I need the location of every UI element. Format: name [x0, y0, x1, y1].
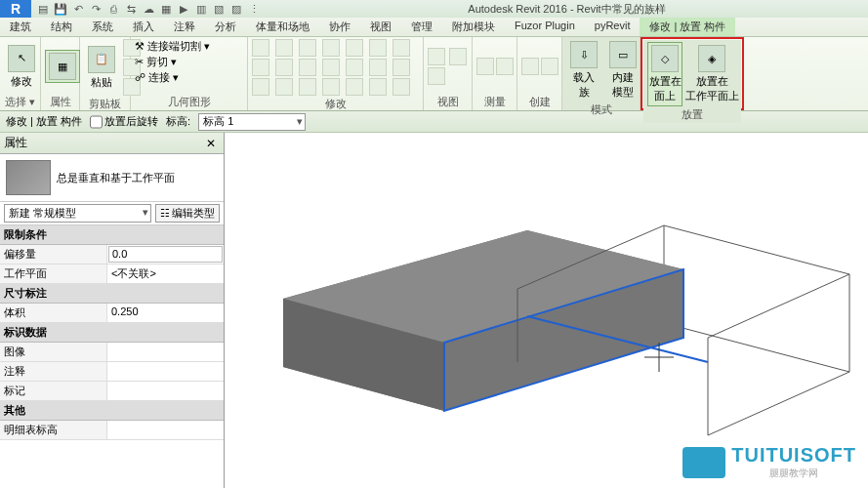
- view-icon[interactable]: [428, 48, 445, 65]
- tool-icon[interactable]: [299, 78, 316, 96]
- qat-icon[interactable]: ▶: [176, 1, 191, 17]
- tool-icon[interactable]: [322, 78, 340, 96]
- cat-identity[interactable]: 标识数据: [0, 323, 224, 343]
- close-icon[interactable]: ✕: [202, 137, 220, 150]
- tab-manage[interactable]: 管理: [401, 18, 442, 36]
- split-icon[interactable]: [252, 59, 269, 76]
- copy-icon[interactable]: [346, 39, 363, 57]
- qat-open-icon[interactable]: ▤: [35, 1, 51, 17]
- workplane-value[interactable]: <不关联>: [107, 264, 224, 283]
- qat-icon[interactable]: ▦: [158, 1, 174, 17]
- tab-addins[interactable]: 附加模块: [442, 18, 505, 36]
- panel-clipboard: 📋粘贴 剪贴板: [80, 37, 131, 110]
- tool-icon[interactable]: [393, 78, 410, 96]
- trim-icon[interactable]: [393, 39, 410, 57]
- mark-value[interactable]: [107, 382, 224, 400]
- tool-icon[interactable]: [369, 78, 387, 96]
- prop-key: 偏移量: [0, 245, 107, 264]
- comments-value[interactable]: [107, 362, 224, 381]
- tab-structure[interactable]: 结构: [41, 18, 82, 36]
- panel-label: 创建: [521, 94, 558, 110]
- rotate-icon[interactable]: [369, 39, 387, 57]
- tab-view[interactable]: 视图: [360, 18, 401, 36]
- cope-button[interactable]: ⚒ 连接端切割 ▾: [135, 39, 210, 54]
- tab-collaborate[interactable]: 协作: [319, 18, 360, 36]
- measure-icon[interactable]: [476, 58, 494, 75]
- scale-icon[interactable]: [299, 59, 316, 76]
- tool-icon[interactable]: [275, 78, 293, 96]
- qat-icon[interactable]: ▨: [228, 1, 244, 17]
- rotate-after-placement-checkbox[interactable]: 放置后旋转: [90, 113, 158, 131]
- qat-undo-icon[interactable]: ↶: [70, 1, 86, 17]
- instance-filter-combo[interactable]: 新建 常规模型: [4, 204, 151, 223]
- edit-type-button[interactable]: ☷ 编辑类型: [155, 204, 220, 223]
- qat-print-icon[interactable]: ⎙: [105, 1, 121, 17]
- properties-button[interactable]: ▦: [45, 50, 80, 83]
- tab-insert[interactable]: 插入: [123, 18, 164, 36]
- tab-annotate[interactable]: 注释: [164, 18, 205, 36]
- tab-architecture[interactable]: 建筑: [0, 18, 41, 36]
- unpin-icon[interactable]: [346, 59, 363, 76]
- qat-icon[interactable]: ☁: [141, 1, 156, 17]
- schedule-level-value[interactable]: [107, 421, 224, 439]
- create-icon[interactable]: [541, 58, 558, 75]
- qat-redo-icon[interactable]: ↷: [88, 1, 103, 17]
- panel-label: 视图: [428, 94, 468, 110]
- load-family-button[interactable]: ⇩载入 族: [566, 39, 601, 102]
- cat-constraints[interactable]: 限制条件: [0, 225, 224, 245]
- tab-analyze[interactable]: 分析: [205, 18, 246, 36]
- place-workplane-icon: ◈: [698, 45, 725, 72]
- model-inplace-button[interactable]: ▭内建 模型: [605, 39, 641, 102]
- tab-pyrevit[interactable]: pyRevit: [585, 18, 641, 36]
- offset-input[interactable]: 0.0: [108, 246, 223, 263]
- cat-other[interactable]: 其他: [0, 401, 224, 421]
- tool-icon[interactable]: [393, 59, 410, 76]
- cut-geom-button[interactable]: ✂ 剪切 ▾: [135, 55, 177, 69]
- paste-button[interactable]: 📋粘贴: [84, 44, 119, 92]
- prop-row: 标记: [0, 382, 224, 401]
- dim-icon[interactable]: [496, 58, 514, 75]
- modify-button[interactable]: ↖修改: [4, 43, 39, 91]
- align-icon[interactable]: [252, 39, 269, 57]
- prop-key: 工作平面: [0, 264, 107, 283]
- mirror-icon[interactable]: [299, 39, 316, 57]
- image-value[interactable]: [107, 343, 224, 361]
- panel-label: 模式: [566, 102, 636, 118]
- placement-highlight: ◇放置在 面上 ◈放置在 工作平面上 放置: [641, 37, 744, 110]
- drawing-canvas[interactable]: TUITUISOFT 腿腿教学网: [225, 133, 868, 488]
- qat-icon[interactable]: ▥: [193, 1, 209, 17]
- tab-massing[interactable]: 体量和场地: [246, 18, 319, 36]
- delete-icon[interactable]: [369, 59, 387, 76]
- app-icon[interactable]: R: [0, 0, 31, 18]
- tab-fuzor[interactable]: Fuzor Plugin: [505, 18, 585, 36]
- pin-icon[interactable]: [322, 59, 340, 76]
- move-icon[interactable]: [322, 39, 340, 57]
- tab-systems[interactable]: 系统: [82, 18, 123, 36]
- place-on-workplane-button[interactable]: ◈放置在 工作平面上: [686, 43, 737, 105]
- view-icon[interactable]: [428, 67, 445, 85]
- tool-icon[interactable]: [252, 78, 269, 96]
- create-icon[interactable]: [521, 58, 539, 75]
- panel-select: ↖修改 选择 ▾: [0, 37, 41, 110]
- qat-save-icon[interactable]: 💾: [53, 1, 68, 17]
- panel-label: 测量: [476, 94, 513, 110]
- join-button[interactable]: ☍ 连接 ▾: [135, 70, 179, 85]
- array-icon[interactable]: [275, 59, 293, 76]
- place-on-face-button[interactable]: ◇放置在 面上: [647, 42, 682, 106]
- type-selector[interactable]: 总是垂直和基于工作平面: [0, 154, 224, 202]
- load-family-label: 载入 族: [573, 70, 595, 100]
- prop-row: 工作平面<不关联>: [0, 264, 224, 284]
- watermark-text: TUITUISOFT: [731, 444, 856, 467]
- view-icon[interactable]: [449, 48, 467, 65]
- qat-icon[interactable]: ▧: [211, 1, 227, 17]
- qat-icon[interactable]: ⋮: [246, 1, 262, 17]
- qat-icon[interactable]: ⇆: [123, 1, 139, 17]
- level-combo[interactable]: 标高 1: [198, 113, 306, 131]
- panel-create: 创建: [517, 37, 562, 110]
- offset-icon[interactable]: [275, 39, 293, 57]
- tab-modify-place[interactable]: 修改 | 放置 构件: [640, 18, 735, 36]
- checkbox-input[interactable]: [90, 113, 103, 131]
- cat-dimensions[interactable]: 尺寸标注: [0, 284, 224, 304]
- panel-label[interactable]: 选择 ▾: [4, 94, 36, 110]
- tool-icon[interactable]: [346, 78, 363, 96]
